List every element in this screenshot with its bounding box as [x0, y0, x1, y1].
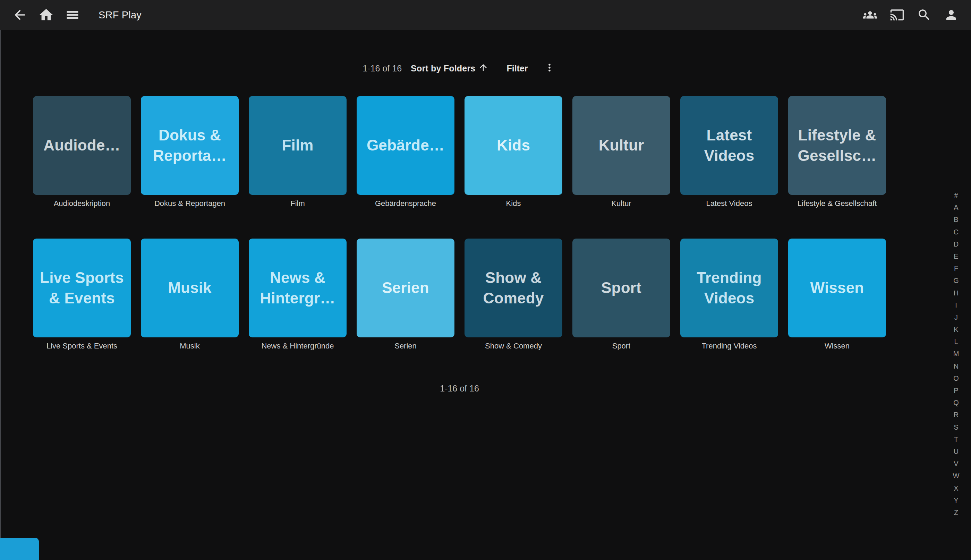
folder-tile-title: Sport — [601, 278, 641, 298]
folder-tile[interactable]: Serien — [357, 238, 454, 337]
folder-tile-title: News & Hintergr… — [253, 268, 342, 308]
folder-tile[interactable]: Kultur — [572, 96, 670, 195]
alpha-picker-letter[interactable]: X — [949, 482, 963, 495]
syncplay-button[interactable] — [862, 7, 878, 23]
folder-card-label[interactable]: Latest Videos — [706, 199, 752, 208]
folder-card: Kids Kids — [464, 96, 562, 208]
folder-tile-title: Kids — [497, 135, 530, 155]
folder-tile[interactable]: Dokus & Reporta… — [141, 96, 239, 195]
drawer-menu-button[interactable] — [65, 7, 80, 23]
cast-button[interactable] — [889, 7, 905, 23]
folder-card-label[interactable]: Musik — [180, 342, 200, 350]
alpha-picker-letter[interactable]: D — [949, 238, 963, 250]
user-icon — [944, 8, 959, 22]
alpha-picker-letter[interactable]: I — [949, 299, 963, 312]
alpha-picker-letter[interactable]: G — [949, 275, 963, 287]
folder-tile[interactable]: Musik — [141, 238, 239, 337]
folder-card: Wissen Wissen — [788, 238, 886, 350]
folder-card-label[interactable]: Kultur — [611, 199, 631, 208]
alpha-picker-letter[interactable]: N — [949, 360, 963, 372]
bottom-left-partial-tile[interactable] — [0, 538, 39, 560]
alpha-picker-letter[interactable]: K — [949, 323, 963, 336]
alpha-picker-letter[interactable]: W — [949, 470, 963, 482]
folder-card-label[interactable]: Audiodeskription — [54, 199, 110, 208]
listing-header: 1-16 of 16 Sort by Folders Filter — [33, 61, 886, 76]
syncplay-groups-icon — [863, 8, 878, 22]
alpha-picker-letter[interactable]: Q — [949, 397, 963, 409]
alpha-picker-letter[interactable]: O — [949, 372, 963, 385]
folder-tile[interactable]: Latest Videos — [680, 96, 778, 195]
alpha-picker-letter[interactable]: U — [949, 445, 963, 458]
folder-card-label[interactable]: Film — [290, 199, 305, 208]
folder-tile[interactable]: News & Hintergr… — [249, 238, 347, 337]
folder-tile-title: Wissen — [810, 278, 864, 298]
folder-card-label[interactable]: Gebärdensprache — [375, 199, 436, 208]
folder-card-label[interactable]: Show & Comedy — [485, 342, 542, 350]
folder-tile[interactable]: Audiode… — [33, 96, 131, 195]
folder-card-label[interactable]: Serien — [394, 342, 417, 350]
window-left-edge — [0, 0, 1, 560]
folder-tile[interactable]: Gebärde… — [357, 96, 454, 195]
folder-tile-title: Lifestyle & Gesellsc… — [793, 125, 881, 165]
alpha-picker-letter[interactable]: B — [949, 213, 963, 226]
alpha-picker-letter[interactable]: F — [949, 262, 963, 275]
user-menu-button[interactable] — [943, 7, 959, 23]
alpha-picker-letter[interactable]: S — [949, 421, 963, 433]
filter-button[interactable]: Filter — [507, 63, 528, 73]
alpha-picker-letter[interactable]: P — [949, 385, 963, 397]
home-icon — [38, 7, 54, 23]
alpha-picker-letter[interactable]: T — [949, 433, 963, 445]
folder-tile[interactable]: Wissen — [788, 238, 886, 337]
alpha-picker-letter[interactable]: A — [949, 202, 963, 213]
back-button[interactable] — [12, 7, 28, 23]
folder-tile[interactable]: Trending Videos — [680, 238, 778, 337]
alpha-picker-letter[interactable]: V — [949, 458, 963, 470]
folder-card: Musik Musik — [141, 238, 239, 350]
folder-card: Audiode… Audiodeskription — [33, 96, 131, 208]
paging-status-bottom: 1-16 of 16 — [33, 383, 886, 393]
folder-tile[interactable]: Show & Comedy — [464, 238, 562, 337]
paging-status-top: 1-16 of 16 — [362, 63, 402, 73]
topbar-right-group — [862, 7, 959, 23]
alpha-picker-letter[interactable]: C — [949, 226, 963, 238]
alpha-picker-letter[interactable]: R — [949, 409, 963, 421]
cast-icon — [890, 8, 904, 22]
folder-tile-title: Musik — [168, 278, 212, 298]
page-title: SRF Play — [98, 9, 142, 21]
folder-tile[interactable]: Sport — [572, 238, 670, 337]
folder-tile-title: Latest Videos — [685, 125, 774, 165]
folder-card-label[interactable]: Trending Videos — [702, 342, 757, 350]
sort-button[interactable]: Sort by Folders — [411, 62, 489, 74]
alpha-picker-letter[interactable]: L — [949, 336, 963, 348]
folder-tile[interactable]: Kids — [464, 96, 562, 195]
search-button[interactable] — [916, 7, 932, 23]
more-options-button[interactable] — [542, 62, 556, 75]
folder-card-label[interactable]: News & Hintergründe — [261, 342, 334, 350]
alpha-picker-letter[interactable]: H — [949, 287, 963, 299]
folder-card-label[interactable]: Live Sports & Events — [47, 342, 117, 350]
alpha-picker-letter[interactable]: M — [949, 348, 963, 360]
back-arrow-icon — [12, 7, 27, 23]
folder-tile-title: Dokus & Reporta… — [145, 125, 234, 165]
folder-card: Trending Videos Trending Videos — [680, 238, 778, 350]
alpha-picker-letter[interactable]: E — [949, 250, 963, 262]
alpha-picker-letter[interactable]: # — [949, 189, 963, 202]
folder-grid-row-2: Live Sports & Events Live Sports & Event… — [33, 238, 886, 350]
folder-card-label[interactable]: Sport — [612, 342, 631, 350]
alpha-picker-letter[interactable]: Z — [949, 507, 963, 519]
folder-card-label[interactable]: Lifestyle & Gesellschaft — [797, 199, 877, 208]
folder-card-label[interactable]: Wissen — [824, 342, 849, 350]
folder-tile-title: Live Sports & Events — [37, 268, 126, 308]
folder-tile[interactable]: Film — [249, 96, 347, 195]
alpha-picker-letter[interactable]: J — [949, 312, 963, 323]
alpha-picker-letter[interactable]: Y — [949, 495, 963, 507]
folder-tile-title: Trending Videos — [685, 268, 774, 308]
folder-card-label[interactable]: Kids — [506, 199, 521, 208]
home-button[interactable] — [38, 7, 54, 23]
folder-tile[interactable]: Lifestyle & Gesellsc… — [788, 96, 886, 195]
folder-tile[interactable]: Live Sports & Events — [33, 238, 131, 337]
folder-card: Gebärde… Gebärdensprache — [357, 96, 454, 208]
folder-tile-title: Kultur — [599, 135, 644, 155]
search-icon — [917, 8, 931, 22]
folder-card-label[interactable]: Dokus & Reportagen — [154, 199, 225, 208]
